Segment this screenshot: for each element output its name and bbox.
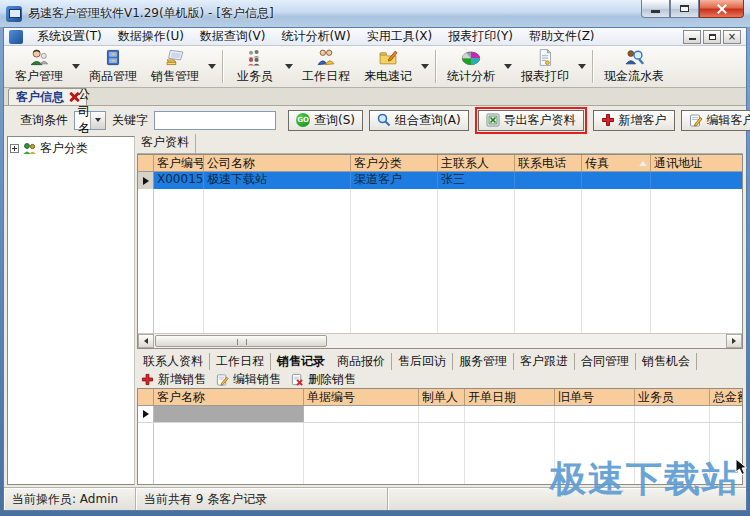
col-fax-label: 传真 <box>585 157 609 170</box>
tab-customer-followup[interactable]: 客户跟进 <box>514 353 575 370</box>
add-customer-button[interactable]: 新增客户 <box>593 110 675 131</box>
toolbar-sales-mgmt-button[interactable]: 销售管理 <box>144 47 206 86</box>
toolbar-schedule-button[interactable]: 工作日程 <box>295 47 357 86</box>
select-dropdown-button[interactable] <box>90 112 105 129</box>
scroll-left-button[interactable] <box>138 334 154 348</box>
col-customer-category[interactable]: 客户分类 <box>351 155 438 171</box>
col-old-number[interactable]: 旧单号 <box>555 389 635 405</box>
menu-statistics[interactable]: 统计分析(W) <box>273 27 358 46</box>
customer-mgmt-dropdown-arrow[interactable] <box>70 47 82 86</box>
mdi-close-button[interactable]: × <box>723 30 741 44</box>
sales-row-selected[interactable] <box>138 406 742 423</box>
toolbar-report-print-button[interactable]: 报表打印 <box>514 47 576 86</box>
cell-total-amount <box>710 406 742 422</box>
tab-close-icon[interactable] <box>69 92 79 102</box>
col-total-amount[interactable]: 总金额 <box>710 389 742 405</box>
col-doc-number[interactable]: 单据编号 <box>304 389 419 405</box>
body-column <box>154 189 204 333</box>
tab-service-mgmt[interactable]: 服务管理 <box>453 353 514 370</box>
close-icon: × <box>728 32 736 42</box>
menu-report-print[interactable]: 报表打印(Y) <box>440 27 521 46</box>
add-sale-button[interactable]: 新增销售 <box>141 371 206 388</box>
combo-search-button[interactable]: 组合查询(A) <box>369 110 469 131</box>
document-tab-strip: 客户信息 <box>4 88 746 106</box>
cell-doc-number <box>304 406 419 422</box>
search-button[interactable]: GO 查询(S) <box>288 110 363 131</box>
col-main-contact[interactable]: 主联系人 <box>438 155 515 171</box>
row-indicator-cell <box>138 172 154 189</box>
window-close-button[interactable] <box>699 0 744 18</box>
toolbar-button-label: 来电速记 <box>364 68 412 85</box>
col-address[interactable]: 通讯地址 <box>651 155 742 171</box>
toolbar-call-note-button[interactable]: 来电速记 <box>357 47 419 86</box>
export-customer-button[interactable]: 导出客户资料 <box>478 110 584 131</box>
customer-category-tree: 客户分类 <box>7 136 135 485</box>
toolbar-product-mgmt-button[interactable]: 商品管理 <box>82 47 144 86</box>
mdi-minimize-button[interactable] <box>683 30 701 44</box>
chevron-down-icon <box>95 118 101 122</box>
customer-table-body <box>138 189 742 333</box>
tab-contract-mgmt[interactable]: 合同管理 <box>575 353 636 370</box>
menu-data-query[interactable]: 数据查询(V) <box>192 27 274 46</box>
sales-table-body <box>138 423 742 484</box>
tab-sales-records[interactable]: 销售记录 <box>271 353 331 370</box>
menu-help[interactable]: 帮助文件(Z) <box>521 27 603 46</box>
edit-customer-button[interactable]: 编辑客户 <box>681 110 750 131</box>
tree-expand-icon[interactable] <box>10 144 19 153</box>
tab-contacts[interactable]: 联系人资料 <box>137 353 210 370</box>
menu-tools[interactable]: 实用工具(X) <box>359 27 441 46</box>
edit-sale-button[interactable]: 编辑销售 <box>216 371 281 388</box>
col-issue-date[interactable]: 开单日期 <box>465 389 555 405</box>
report-print-dropdown-arrow[interactable] <box>576 47 588 86</box>
keyword-label: 关键字 <box>112 112 148 129</box>
cell-customer-category: 渠道客户 <box>351 172 438 189</box>
tab-sales-opportunity[interactable]: 销售机会 <box>636 353 697 370</box>
cell-old-number <box>555 406 635 422</box>
window-minimize-button[interactable] <box>641 0 670 18</box>
col-company-name[interactable]: 公司名称 <box>204 155 351 171</box>
row-indicator-cell <box>138 406 154 422</box>
tree-root-customer-category[interactable]: 客户分类 <box>10 140 132 157</box>
col-creator[interactable]: 制单人 <box>419 389 465 405</box>
toolbar-button-label: 报表打印 <box>521 68 569 85</box>
tab-customer-data[interactable]: 客户资料 <box>137 134 196 153</box>
salesman-dropdown-arrow[interactable] <box>283 47 295 86</box>
customer-table: 客户编号 公司名称 客户分类 主联系人 联系电话 传真 通讯地址 X000157… <box>137 154 743 349</box>
body-column <box>351 189 438 333</box>
chevron-down-icon <box>421 64 429 69</box>
call-note-dropdown-arrow[interactable] <box>419 47 431 86</box>
toolbar-cashflow-button[interactable]: 现金流水表 <box>597 47 671 86</box>
col-customer-name[interactable]: 客户名称 <box>154 389 304 405</box>
col-customer-code[interactable]: 客户编号 <box>154 155 204 171</box>
edit-icon <box>689 113 703 127</box>
col-salesman[interactable]: 业务员 <box>635 389 710 405</box>
sales-mgmt-icon <box>162 48 188 67</box>
query-bar: 查询条件 公司名称 关键字 GO 查询(S) 组合查询(A) 导出客户资料 <box>4 106 746 134</box>
body-column <box>138 189 154 333</box>
toolbar-stats-button[interactable]: 统计分析 <box>440 47 502 86</box>
edit-customer-label: 编辑客户 <box>707 112 750 129</box>
delete-sale-button[interactable]: 删除销售 <box>291 371 356 388</box>
tab-work-schedule[interactable]: 工作日程 <box>210 353 271 370</box>
customer-row-selected[interactable]: X000157 极速下载站 渠道客户 张三 <box>138 172 742 189</box>
toolbar-salesman-button[interactable]: 业务员 <box>227 47 283 86</box>
horizontal-scrollbar[interactable] <box>138 333 742 348</box>
sales-table-header: 客户名称 单据编号 制单人 开单日期 旧单号 业务员 总金额 <box>138 389 742 406</box>
toolbar-customer-mgmt-button[interactable]: 客户管理 <box>8 47 70 86</box>
scroll-right-button[interactable] <box>726 334 742 348</box>
scrollbar-thumb[interactable] <box>155 335 327 347</box>
tab-after-sales-visit[interactable]: 售后回访 <box>392 353 453 370</box>
mdi-restore-button[interactable] <box>703 30 721 44</box>
menu-data-operations[interactable]: 数据操作(U) <box>110 27 192 46</box>
stats-dropdown-arrow[interactable] <box>502 47 514 86</box>
arrow-right-icon <box>732 338 736 344</box>
condition-select[interactable]: 公司名称 <box>74 111 106 130</box>
col-fax[interactable]: 传真 <box>582 155 651 171</box>
window-maximize-button[interactable] <box>670 0 699 18</box>
sales-mgmt-dropdown-arrow[interactable] <box>206 47 218 86</box>
body-column <box>582 189 651 333</box>
col-phone[interactable]: 联系电话 <box>515 155 582 171</box>
tab-product-quote[interactable]: 商品报价 <box>331 353 392 370</box>
menu-system-settings[interactable]: 系统设置(T) <box>29 27 110 46</box>
keyword-input[interactable] <box>154 111 276 130</box>
